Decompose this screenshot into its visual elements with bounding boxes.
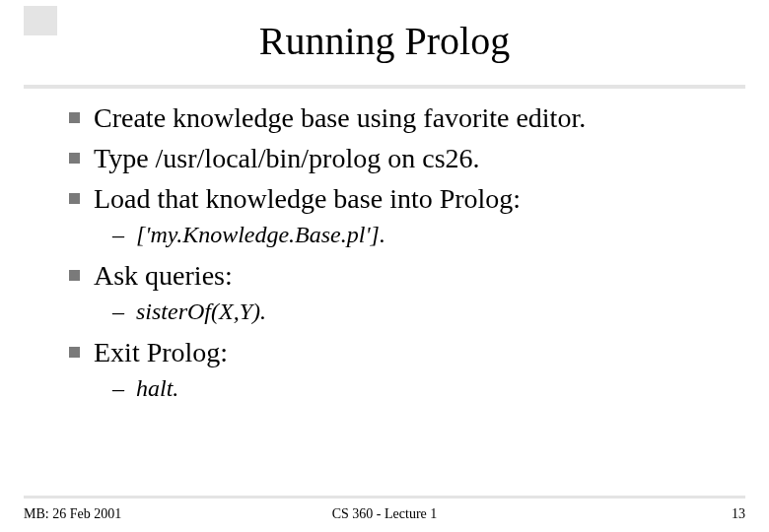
item-text: Ask queries: (94, 258, 233, 293)
bullet-icon (69, 153, 80, 164)
dash-icon: – (112, 222, 124, 248)
item-text: Exit Prolog: (94, 335, 228, 369)
item-text: Create knowledge base using favorite edi… (94, 100, 586, 135)
bullet-icon (69, 193, 80, 204)
slide: Running Prolog Create knowledge base usi… (0, 0, 769, 532)
bullet-icon (69, 112, 80, 123)
sub-text: halt. (136, 375, 178, 402)
footer-center: CS 360 - Lecture 1 (24, 506, 745, 522)
list-item: Create knowledge base using favorite edi… (69, 100, 730, 135)
list-item: Type /usr/local/bin/prolog on cs26. (69, 141, 730, 175)
content-area: Create knowledge base using favorite edi… (69, 100, 730, 412)
sub-item: – halt. (112, 375, 730, 402)
divider-bottom (24, 496, 745, 499)
sub-item: – ['my.Knowledge.Base.pl']. (112, 222, 730, 248)
dash-icon: – (112, 375, 124, 402)
footer: MB: 26 Feb 2001 CS 360 - Lecture 1 13 (24, 506, 745, 522)
item-text: Type /usr/local/bin/prolog on cs26. (94, 141, 480, 175)
text-post: on cs26. (381, 143, 479, 173)
sub-item: – sisterOf(X,Y). (112, 299, 730, 325)
dash-icon: – (112, 299, 124, 325)
sub-text: sisterOf(X,Y). (136, 299, 266, 325)
list-item: Ask queries: (69, 258, 730, 293)
text-pre: Type (94, 143, 156, 173)
divider-top (24, 85, 745, 89)
code-text: /usr/local/bin/prolog (156, 143, 382, 173)
bullet-icon (69, 347, 80, 358)
item-text: Load that knowledge base into Prolog: (94, 181, 521, 216)
sub-text: ['my.Knowledge.Base.pl']. (136, 222, 385, 248)
list-item: Load that knowledge base into Prolog: (69, 181, 730, 216)
bullet-icon (69, 270, 80, 281)
slide-title: Running Prolog (0, 18, 769, 64)
list-item: Exit Prolog: (69, 335, 730, 369)
